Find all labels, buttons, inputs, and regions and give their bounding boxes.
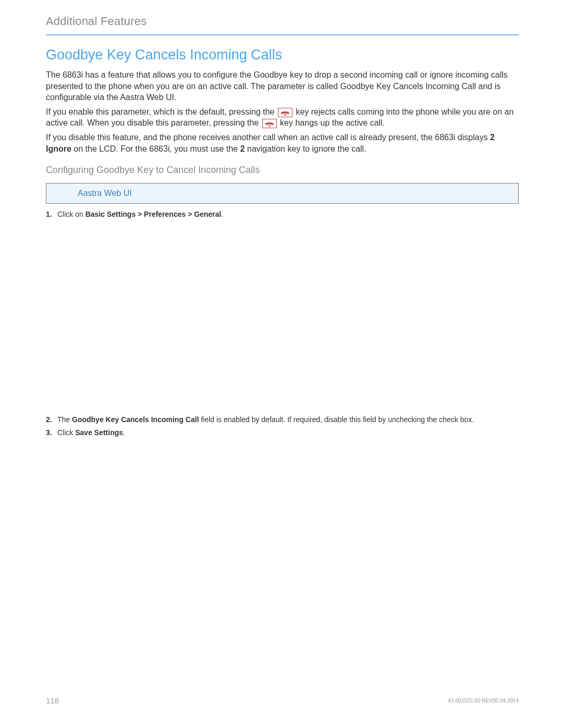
text-run-bold: Basic Settings > Preferences > General xyxy=(85,210,222,218)
text-run: . xyxy=(123,428,125,437)
step-number: 1. xyxy=(46,209,52,219)
page-footer: 118 41-001522-00 REV00 04.2014 xyxy=(46,696,519,705)
doc-revision: 41-001522-00 REV00 04.2014 xyxy=(448,698,519,704)
steps-list: 1. Click on Basic Settings > Preferences… xyxy=(46,209,519,438)
text-run: navigation key to ignore the call. xyxy=(247,144,366,153)
step-number: 2. xyxy=(46,414,52,425)
text-run-bold: Goodbye Key Cancels Incoming Call xyxy=(72,415,199,424)
text-run: The 6863i has a feature that allows you … xyxy=(46,70,251,79)
ui-box-aastra: Aastra Web UI xyxy=(46,183,519,204)
subsection-title: Configuring Goodbye Key to Cancel Incomi… xyxy=(46,165,519,176)
list-item: 2. The Goodbye Key Cancels Incoming Call… xyxy=(46,414,519,425)
list-item: 3. Click Save Settings. xyxy=(46,427,519,438)
text-run: If you disable this feature, and the pho… xyxy=(46,133,490,142)
text-run-bold: 2 xyxy=(240,144,245,153)
text-run: on the LCD. For the 6863i, you must use … xyxy=(74,144,240,153)
text-run: . xyxy=(221,210,223,218)
text-run-bold: Save Settings xyxy=(75,428,123,437)
section-body: The 6863i has a feature that allows you … xyxy=(46,69,519,154)
figure-placeholder xyxy=(46,221,519,414)
paragraph: The 6863i has a feature that allows you … xyxy=(46,69,519,103)
text-run: Goodbye xyxy=(253,70,287,79)
text-run: If you enable this parameter, which is t… xyxy=(46,107,277,116)
ui-box-label: Aastra Web UI xyxy=(78,189,132,198)
text-run: key hangs up the active call. xyxy=(280,118,385,127)
text-run: Click xyxy=(57,428,75,437)
text-run: field is enabled by default. If required… xyxy=(199,415,474,424)
section-title: Goodbye Key Cancels Incoming Calls xyxy=(46,47,519,63)
document-page: Additional Features Goodbye Key Cancels … xyxy=(46,15,519,728)
list-item: 1. Click on Basic Settings > Preferences… xyxy=(46,209,519,219)
header-rule xyxy=(46,34,519,35)
paragraph: If you enable this parameter, which is t… xyxy=(46,106,519,129)
page-number: 118 xyxy=(46,696,59,705)
page-header-title: Additional Features xyxy=(46,15,519,28)
hangup-key-icon xyxy=(262,119,277,128)
text-run: Click on xyxy=(57,210,85,218)
paragraph: If you disable this feature, and the pho… xyxy=(46,132,519,154)
step-number: 3. xyxy=(46,427,52,438)
text-run: The xyxy=(57,415,72,424)
hangup-key-icon xyxy=(278,108,292,117)
